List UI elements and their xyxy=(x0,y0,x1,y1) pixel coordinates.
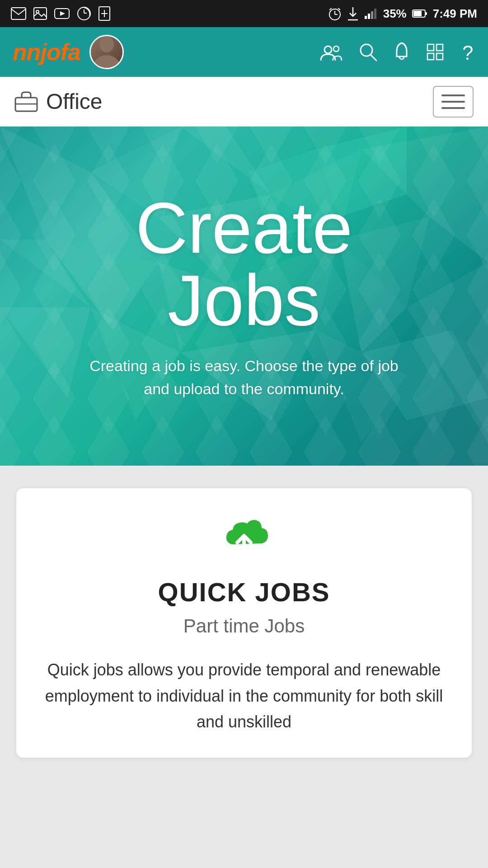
svg-rect-21 xyxy=(374,9,376,19)
search-icon[interactable] xyxy=(359,42,377,61)
youtube-icon xyxy=(54,7,70,20)
svg-rect-33 xyxy=(427,53,434,60)
office-header: Office xyxy=(0,77,488,127)
svg-point-28 xyxy=(333,46,339,52)
svg-point-25 xyxy=(99,36,114,52)
svg-rect-20 xyxy=(371,11,373,19)
svg-rect-18 xyxy=(365,16,367,19)
mail-icon xyxy=(11,7,26,20)
briefcase-icon xyxy=(14,91,38,112)
signal-icon xyxy=(364,8,378,19)
svg-rect-34 xyxy=(436,53,443,60)
navbar-left: nnjofa xyxy=(13,35,124,69)
help-icon[interactable]: ? xyxy=(460,42,475,61)
image-icon xyxy=(33,7,47,20)
svg-rect-1 xyxy=(34,8,47,19)
quick-jobs-card: QUICK JOBS Part time Jobs Quick jobs all… xyxy=(16,488,472,758)
hero-banner: Create Jobs Creating a job is easy. Choo… xyxy=(0,127,488,466)
activity-icon xyxy=(77,7,91,20)
bible-icon xyxy=(99,6,110,21)
battery-icon xyxy=(412,9,427,18)
svg-marker-4 xyxy=(60,11,65,16)
navbar: nnjofa xyxy=(0,27,488,77)
bell-icon[interactable] xyxy=(393,42,410,62)
card-icon-area xyxy=(39,515,449,561)
grid-icon[interactable] xyxy=(427,43,444,61)
menu-button[interactable] xyxy=(433,86,474,118)
battery-percent: 35% xyxy=(383,7,407,21)
svg-rect-19 xyxy=(368,14,370,19)
avatar[interactable] xyxy=(89,35,124,69)
hamburger-line-1 xyxy=(441,94,465,96)
cloud-upload-icon xyxy=(215,515,273,561)
svg-rect-23 xyxy=(413,11,422,16)
status-left-icons xyxy=(11,6,110,21)
hamburger-line-3 xyxy=(441,107,465,109)
people-icon[interactable] xyxy=(320,43,343,61)
status-right-info: 35% 7:49 PM xyxy=(328,6,477,21)
quick-jobs-title: QUICK JOBS xyxy=(39,577,449,607)
hero-subtitle: Creating a job is easy. Choose the type … xyxy=(86,354,402,401)
alarm-icon xyxy=(328,6,342,21)
main-content: QUICK JOBS Part time Jobs Quick jobs all… xyxy=(0,466,488,780)
hamburger-line-2 xyxy=(441,101,465,103)
office-title-area: Office xyxy=(14,89,103,114)
app-logo[interactable]: nnjofa xyxy=(13,38,80,66)
download-icon xyxy=(347,6,359,21)
office-label: Office xyxy=(46,89,103,114)
svg-rect-0 xyxy=(11,8,26,19)
hero-title: Create Jobs xyxy=(86,192,402,336)
svg-line-14 xyxy=(329,8,332,10)
svg-point-26 xyxy=(94,55,119,68)
svg-rect-24 xyxy=(426,12,427,15)
svg-rect-31 xyxy=(427,44,434,51)
navbar-icons: ? xyxy=(320,42,475,62)
quick-jobs-subtitle: Part time Jobs xyxy=(39,615,449,637)
quick-jobs-description: Quick jobs allows you provide temporal a… xyxy=(39,657,449,735)
svg-line-30 xyxy=(371,55,376,61)
time-display: 7:49 PM xyxy=(433,7,477,21)
svg-rect-32 xyxy=(436,44,443,51)
status-bar: 35% 7:49 PM xyxy=(0,0,488,27)
svg-point-29 xyxy=(361,44,372,56)
svg-point-27 xyxy=(324,46,332,53)
hero-content: Create Jobs Creating a job is easy. Choo… xyxy=(68,192,420,401)
svg-line-15 xyxy=(338,8,340,10)
svg-text:?: ? xyxy=(462,42,473,61)
